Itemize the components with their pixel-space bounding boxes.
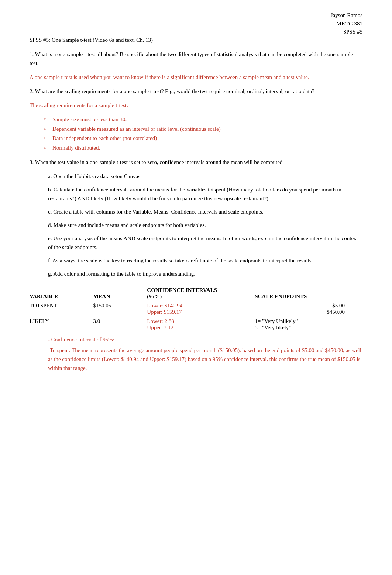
ci-totspent: Lower: $140.94 Upper: $159.17 xyxy=(147,301,255,317)
bullet-list: □ Sample size must be less than 30. □ De… xyxy=(30,115,362,153)
page-title: SPSS #5: One Sample t-test (Video 6a and… xyxy=(30,37,362,43)
question-3-text: 3. When the test value in a one-sample t… xyxy=(30,158,362,167)
bullet-item-2: □ Dependent variable measured as an inte… xyxy=(30,125,362,134)
confidence-note: - Confidence Interval of 95%: xyxy=(48,337,362,343)
sub-part-g: g. Add color and formatting to the table… xyxy=(48,269,362,278)
mean-totspent: $150.05 xyxy=(93,301,147,317)
ci-upper-totspent: Upper: $159.17 xyxy=(147,309,252,315)
bullet-icon-3: □ xyxy=(44,136,49,141)
ci-upper-likely: Upper: 3.12 xyxy=(147,324,252,331)
ci-likely: Lower: 2.88 Upper: 3.12 xyxy=(147,317,255,332)
author-name: Jayson Ramos xyxy=(331,11,362,20)
col-header-mean: MEAN xyxy=(93,286,147,301)
course: MKTG 381 xyxy=(331,20,362,28)
question-2-answer-intro: The scaling requirements for a sample t-… xyxy=(30,101,362,110)
sub-part-a: a. Open the Hobbit.sav data seton Canvas… xyxy=(48,172,362,181)
sub-part-c: c. Create a table with columns for the V… xyxy=(48,207,362,216)
scale-lower-totspent: $5.00 xyxy=(255,303,360,309)
sub-part-e: e. Use your analysis of the means AND sc… xyxy=(48,234,362,252)
results-table: VARIABLE MEAN CONFIDENCE INTERVALS(95%) … xyxy=(30,286,362,332)
table-row-totspent: TOTSPENT $150.05 Lower: $140.94 Upper: $… xyxy=(30,301,362,317)
scale-likely: 1= "Very Unlikely" 5= "Very likely" xyxy=(255,317,362,332)
col-header-variable: VARIABLE xyxy=(30,286,93,301)
bullet-icon-2: □ xyxy=(44,126,49,132)
bullet-icon-1: □ xyxy=(44,117,49,122)
bullet-icon-4: □ xyxy=(44,145,49,150)
final-paragraph: -Totspent: The mean represents the avera… xyxy=(48,346,362,372)
data-table-section: VARIABLE MEAN CONFIDENCE INTERVALS(95%) … xyxy=(30,286,362,332)
question-1-answer: A one sample t-test is used when you wan… xyxy=(30,73,362,82)
ci-lower-likely: Lower: 2.88 xyxy=(147,318,252,324)
bullet-item-1: □ Sample size must be less than 30. xyxy=(30,115,362,125)
scale-upper-likely: 5= "Very likely" xyxy=(255,324,360,331)
col-header-scale: SCALE ENDPOINTS xyxy=(255,286,362,301)
sub-part-f: f. As always, the scale is the key to re… xyxy=(48,256,362,265)
sub-part-b: b. Calculate the confidence intervals ar… xyxy=(48,185,362,203)
variable-likely: LIKELY xyxy=(30,317,93,332)
scale-lower-likely: 1= "Very Unlikely" xyxy=(255,318,360,324)
assignment: SPSS #5 xyxy=(331,28,362,36)
bullet-item-4: □ Normally distributed. xyxy=(30,143,362,153)
question-2-text: 2. What are the scaling requirements for… xyxy=(30,87,362,96)
mean-likely: 3.0 xyxy=(93,317,147,332)
header-info: Jayson Ramos MKTG 381 SPSS #5 xyxy=(331,11,362,36)
col-header-ci: CONFIDENCE INTERVALS(95%) xyxy=(147,286,255,301)
question-1-text: 1. What is a one-sample t-test all about… xyxy=(30,50,362,68)
sub-part-d: d. Make sure and include means and scale… xyxy=(48,221,362,229)
table-row-likely: LIKELY 3.0 Lower: 2.88 Upper: 3.12 1= "V… xyxy=(30,317,362,332)
scale-upper-totspent: $450.00 xyxy=(255,309,360,315)
variable-totspent: TOTSPENT xyxy=(30,301,93,317)
scale-totspent: $5.00 $450.00 xyxy=(255,301,362,317)
ci-lower-totspent: Lower: $140.94 xyxy=(147,303,252,309)
bullet-item-3: □ Data independent to each other (not co… xyxy=(30,134,362,143)
